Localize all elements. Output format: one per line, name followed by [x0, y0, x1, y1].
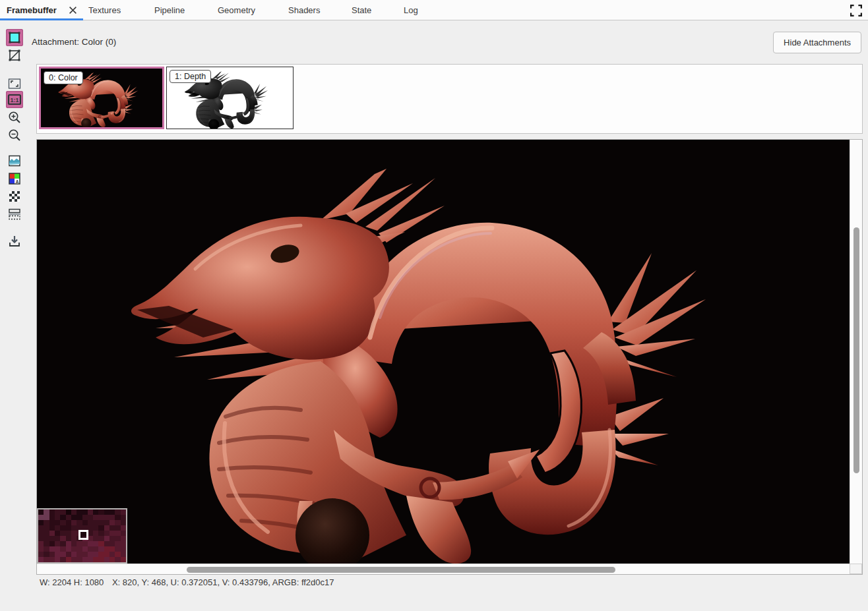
- tab-textures[interactable]: Textures: [88, 0, 121, 20]
- tab-pipeline[interactable]: Pipeline: [154, 0, 185, 20]
- active-tab-underline: [0, 18, 83, 20]
- transparent-background-icon[interactable]: [6, 47, 23, 64]
- color-channels-icon[interactable]: A: [6, 170, 23, 187]
- tab-state[interactable]: State: [352, 0, 371, 20]
- hide-attachments-button[interactable]: Hide Attachments: [773, 32, 861, 53]
- tab-framebuffer-label: Framebuffer: [7, 5, 57, 15]
- horizontal-scrollbar-thumb[interactable]: [187, 567, 615, 573]
- tab-shaders[interactable]: Shaders: [288, 0, 320, 20]
- tab-shaders-label: Shaders: [288, 5, 320, 15]
- checkerboard-background-icon[interactable]: [6, 188, 23, 205]
- histogram-icon[interactable]: [6, 152, 23, 169]
- tab-state-label: State: [352, 5, 371, 15]
- pixel-cursor-square: [78, 530, 88, 540]
- tab-geometry-label: Geometry: [218, 5, 255, 15]
- scrollbar-corner: [850, 564, 862, 574]
- image-dimensions: W: 2204 H: 1080: [40, 577, 104, 587]
- attachment-thumbnail-color[interactable]: 0: Color: [39, 67, 164, 129]
- vertical-scrollbar-thumb[interactable]: [853, 227, 859, 473]
- zoom-in-icon[interactable]: [6, 109, 23, 126]
- svg-text:1:1: 1:1: [10, 97, 18, 103]
- zoom-out-icon[interactable]: [6, 127, 23, 144]
- pixel-info: X: 820, Y: 468, U: 0.372051, V: 0.433796…: [112, 577, 334, 587]
- actual-size-icon[interactable]: 1:1: [6, 91, 23, 108]
- attachments-panel: 0: Color 1: Depth: [36, 64, 863, 134]
- framebuffer-viewer: [36, 139, 863, 575]
- svg-text:A: A: [16, 179, 19, 184]
- save-image-icon[interactable]: [6, 233, 23, 250]
- attachment-badge: 1: Depth: [170, 70, 211, 83]
- flip-vertically-icon[interactable]: [6, 206, 23, 223]
- horizontal-scrollbar[interactable]: [37, 564, 850, 574]
- tab-textures-label: Textures: [88, 5, 121, 15]
- status-bar: W: 2204 H: 1080 X: 820, Y: 468, U: 0.372…: [40, 577, 340, 587]
- attachment-label: Attachment: Color (0): [32, 37, 116, 47]
- rendered-dragon-image: [37, 140, 850, 564]
- pixel-magnifier-overlay: [37, 508, 127, 564]
- tab-framebuffer[interactable]: Framebuffer: [7, 0, 57, 20]
- vertical-scrollbar[interactable]: [850, 140, 862, 564]
- tab-log-label: Log: [404, 5, 418, 15]
- solid-background-icon[interactable]: [6, 29, 23, 46]
- tab-bar: Framebuffer Textures Pipeline Geometry S…: [0, 0, 868, 20]
- tab-log[interactable]: Log: [404, 0, 418, 20]
- tab-geometry[interactable]: Geometry: [218, 0, 255, 20]
- fullscreen-icon[interactable]: [850, 5, 862, 16]
- attachment-thumbnail-depth[interactable]: 1: Depth: [166, 67, 294, 129]
- image-canvas[interactable]: [37, 140, 850, 564]
- tab-pipeline-label: Pipeline: [154, 5, 185, 15]
- zoom-to-fit-icon[interactable]: [6, 75, 23, 92]
- close-icon[interactable]: [69, 6, 77, 15]
- attachment-badge: 0: Color: [44, 71, 83, 84]
